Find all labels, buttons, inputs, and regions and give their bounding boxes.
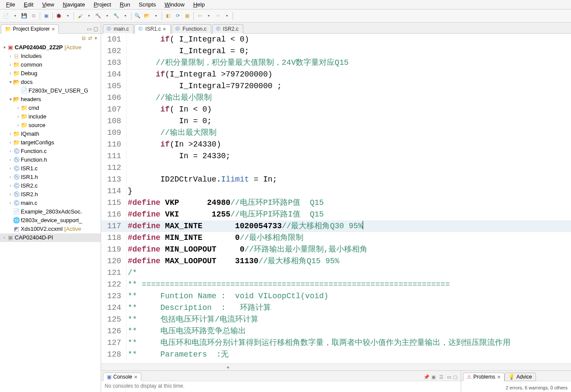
- tree-item[interactable]: ›📁Debug: [0, 69, 101, 78]
- refresh-icon[interactable]: ⟳: [173, 12, 182, 20]
- menu-navigate[interactable]: Navigate: [58, 0, 89, 9]
- code-line[interactable]: ** 电压环和电流环分别计算得到运行移相角数字量，取两者中较小值作为主控量输出，…: [127, 337, 571, 349]
- code-line[interactable]: //输出最大限制: [127, 127, 571, 139]
- debug-dropdown-icon[interactable]: [63, 12, 72, 20]
- new-button-icon[interactable]: 📄: [2, 12, 10, 20]
- debug-icon[interactable]: 🐞: [54, 12, 63, 20]
- code-line[interactable]: if( In < 0): [127, 104, 571, 115]
- tree-item[interactable]: ›ⒸISR1.c: [0, 164, 101, 173]
- code-line[interactable]: #define MIN_INTE 0//最小移相角限制: [127, 232, 571, 244]
- save-all-icon[interactable]: ⧉: [29, 12, 38, 20]
- menu-help[interactable]: Help: [189, 0, 209, 9]
- code-line[interactable]: ** 电压电流环路竞争总输出: [127, 325, 571, 337]
- code-line[interactable]: #define MIN_LOOPOUT 0//环路输出最小量限制,最小移相角: [127, 244, 571, 255]
- console-icon[interactable]: ▣: [42, 12, 51, 20]
- tree-item[interactable]: ›ⓗFunction.h: [0, 156, 101, 164]
- tree-item[interactable]: ›⌸Includes: [0, 52, 101, 61]
- close-icon[interactable]: ✕: [134, 375, 137, 379]
- pin-icon[interactable]: 📌: [424, 374, 430, 380]
- search-icon[interactable]: 🔍: [133, 12, 142, 20]
- tree-item[interactable]: ›ⓗISR1.h: [0, 173, 101, 182]
- open-console-icon[interactable]: ☰: [439, 374, 443, 380]
- minimize-icon[interactable]: ▭: [447, 374, 451, 380]
- tree-item[interactable]: ›📁targetConfigs: [0, 138, 101, 147]
- display-icon[interactable]: ▣: [431, 374, 436, 380]
- console-tab[interactable]: ▣ Console ✕: [103, 373, 141, 381]
- tree-item[interactable]: ›📁cmd: [0, 104, 101, 112]
- problems-tab[interactable]: ⚠ Problems ✕: [463, 373, 504, 381]
- code-line[interactable]: if(I_Integral >797200000): [127, 69, 571, 80]
- tree-item[interactable]: ›📁common: [0, 61, 101, 69]
- code-line[interactable]: In = 0;: [127, 115, 571, 127]
- paint-dropdown-icon[interactable]: [84, 12, 93, 20]
- editor-tab-isr2[interactable]: ⒸISR2.c: [212, 24, 243, 34]
- tree-item[interactable]: 🌐f2803x_device_support_: [0, 216, 101, 225]
- wrench-dropdown-icon[interactable]: [121, 12, 129, 20]
- project-tree[interactable]: ▾ ▣ CAP02404D_2Z2P [Active ›⌸Includes ›📁…: [0, 42, 101, 392]
- code-line[interactable]: ** Description : 环路计算: [127, 302, 571, 314]
- menu-project[interactable]: Project: [89, 0, 115, 9]
- build-icon[interactable]: 🔨: [94, 12, 102, 20]
- menu-view[interactable]: View: [38, 0, 58, 9]
- editor-tab-main[interactable]: Ⓒmain.c: [103, 24, 134, 34]
- openfile-dropdown-icon[interactable]: [151, 12, 160, 20]
- code-line[interactable]: In = 24330;: [127, 150, 571, 162]
- tree-item[interactable]: ›Ⓒmain.c: [0, 199, 101, 207]
- maximize-icon[interactable]: ▢: [93, 26, 98, 32]
- code-line[interactable]: //积分量限制，积分量最大值限制，24V数字量对应Q15: [127, 57, 571, 69]
- project-node[interactable]: ▾ ▣ CAP02404D_2Z2P [Active: [0, 43, 101, 52]
- tree-item[interactable]: 📄Example_2803xAdcSoc.: [0, 207, 101, 216]
- chip-icon[interactable]: ▦: [183, 12, 191, 20]
- code-line[interactable]: I_Integral = 0;: [127, 45, 571, 57]
- advice-tab[interactable]: 💡 Advice: [504, 373, 536, 381]
- code-line[interactable]: if( I_Integral < 0): [127, 34, 571, 45]
- code-line[interactable]: #define VKP 24980//电压环PI环路P值 Q15: [127, 197, 571, 209]
- menu-file[interactable]: File: [2, 0, 19, 9]
- maximize-icon[interactable]: ▢: [453, 374, 457, 380]
- menu-edit[interactable]: Edit: [19, 0, 38, 9]
- editor-tab-function[interactable]: ⒸFunction.c: [172, 24, 211, 34]
- fwd-dropdown-icon[interactable]: [222, 12, 231, 20]
- tree-item[interactable]: ›ⒸISR2.c: [0, 182, 101, 190]
- minimize-icon[interactable]: ▭: [87, 26, 92, 32]
- code-line[interactable]: ** =====================================…: [127, 279, 571, 290]
- code-editor[interactable]: 101 if( I_Integral < 0) 102 I_Integral =…: [101, 34, 571, 363]
- link-editor-icon[interactable]: ⇄: [88, 35, 92, 41]
- wrench-icon[interactable]: 🔧: [112, 12, 121, 20]
- paint-icon[interactable]: 🖌: [76, 12, 84, 20]
- code-line[interactable]: //输出最小限制: [127, 92, 571, 104]
- tree-item[interactable]: ›📁source: [0, 121, 101, 130]
- code-line[interactable]: ** Funtion Name : void VILoopCtl(void): [127, 290, 571, 302]
- close-icon[interactable]: ✕: [497, 375, 501, 379]
- code-line[interactable]: }: [127, 185, 571, 197]
- tree-item[interactable]: ›ⓗISR2.h: [0, 190, 101, 199]
- pe-tab[interactable]: 📁 Project Explorer ✕: [1, 24, 59, 34]
- tree-item[interactable]: ›📁include: [0, 112, 101, 121]
- collapse-all-icon[interactable]: ⊟: [82, 35, 86, 41]
- close-icon[interactable]: ✕: [51, 27, 55, 32]
- code-line[interactable]: #define MAX_INTE 1020054733//最大移相角Q30 95…: [127, 220, 571, 232]
- new-dropdown-icon[interactable]: [10, 12, 19, 20]
- tree-item[interactable]: ›📁IQmath: [0, 130, 101, 138]
- menu-scripts[interactable]: Scripts: [134, 0, 160, 9]
- back-icon[interactable]: ⇦: [195, 12, 204, 20]
- code-line[interactable]: #define MAX_LOOPOUT 31130//最大移相角Q15 95%: [127, 255, 571, 267]
- menu-window[interactable]: Window: [160, 0, 189, 9]
- back-dropdown-icon[interactable]: [204, 12, 213, 20]
- tree-item[interactable]: ›ⒸFunction.c: [0, 147, 101, 156]
- build-dropdown-icon[interactable]: [102, 12, 111, 20]
- code-line[interactable]: #define VKI 1255//电压环PI环路I值 Q15: [127, 209, 571, 220]
- menu-run[interactable]: Run: [115, 0, 134, 9]
- editor-tab-isr1[interactable]: ⒸISR1.c✕: [134, 24, 171, 34]
- project-node[interactable]: › ▣ CAP02404D-PI: [0, 233, 101, 242]
- tree-item[interactable]: ▾📂docs: [0, 78, 101, 86]
- openfile-icon[interactable]: 📂: [143, 12, 151, 20]
- code-line[interactable]: ** Parameters :无: [127, 349, 571, 360]
- code-line[interactable]: /*: [127, 267, 571, 279]
- tree-item[interactable]: ◩Xds100V2.ccxml[Active: [0, 225, 101, 233]
- view-menu-icon[interactable]: ▾: [95, 35, 97, 41]
- code-line[interactable]: if(In >24330): [127, 139, 571, 150]
- tree-item[interactable]: ▾📂headers: [0, 95, 101, 104]
- code-line[interactable]: I_Integral=797200000 ;: [127, 80, 571, 92]
- horizontal-scrollbar[interactable]: ◂: [101, 363, 571, 370]
